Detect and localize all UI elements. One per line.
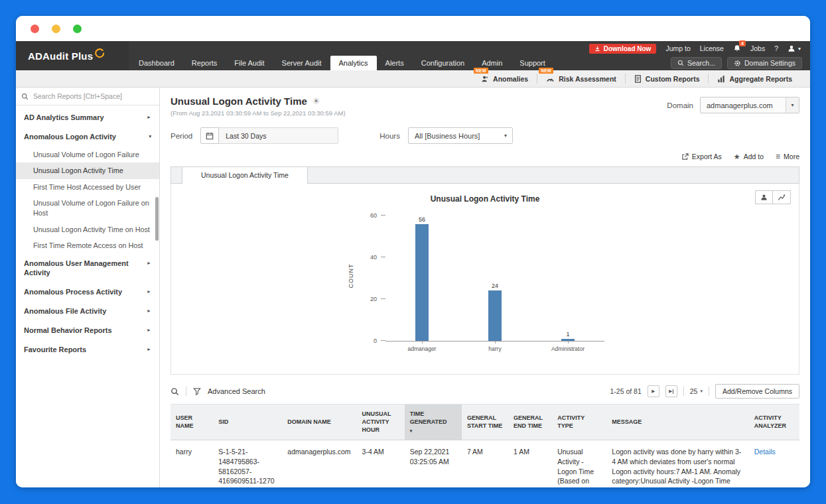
y-tick-mark: [381, 215, 385, 216]
column-header-user-name[interactable]: USER NAME: [171, 405, 213, 440]
export-as-button[interactable]: Export As: [681, 153, 722, 160]
nav-item-alerts[interactable]: Alerts: [377, 56, 413, 70]
chart-bar[interactable]: [561, 339, 575, 341]
sidebar-item-unusual-logon-activity-time-host[interactable]: Unusual Logon Activity Time on Host: [16, 221, 159, 238]
sidebar-item-first-time-remote-access-host[interactable]: First Time Remote Access on Host: [16, 237, 159, 254]
nav-item-dashboard[interactable]: Dashboard: [130, 56, 183, 70]
tab-unusual-logon-activity-time[interactable]: Unusual Logon Activity Time: [182, 166, 308, 184]
nav-item-file-audit[interactable]: File Audit: [226, 56, 273, 70]
jobs-menu[interactable]: Jobs: [750, 44, 765, 52]
notifications-bell-button[interactable]: 4: [733, 44, 741, 52]
domain-select[interactable]: admanagerplus.com ▾: [700, 97, 799, 113]
chart-bar[interactable]: [488, 290, 502, 341]
anomalies-button[interactable]: NEW Anomalies: [472, 75, 537, 83]
chevron-down-icon: ▾: [149, 133, 151, 139]
column-header-sid[interactable]: SID: [213, 405, 282, 440]
global-search-button[interactable]: Search...: [671, 57, 722, 69]
nav-item-configuration[interactable]: Configuration: [413, 56, 473, 70]
y-axis-label: COUNT: [348, 264, 354, 288]
app-window: ADAudit Plus Download Now Jump to Licens…: [16, 16, 810, 487]
last-page-button[interactable]: ▶: [665, 385, 677, 397]
hours-select[interactable]: All [Business Hours] ▾: [408, 127, 513, 144]
column-header-activity-analyzer[interactable]: ACTIVITY ANALYZER: [749, 405, 799, 440]
chevron-right-icon: ►: [147, 288, 151, 294]
user-account-menu[interactable]: ▾: [788, 44, 801, 52]
sidebar-group-anomalous-user-management[interactable]: Anomalous User Management Activity ►: [16, 254, 159, 283]
search-icon: [677, 60, 684, 66]
line-chart-icon: [778, 194, 786, 201]
next-page-button[interactable]: ▶: [648, 385, 659, 397]
sidebar-scrollbar-thumb[interactable]: [155, 197, 159, 241]
calendar-button[interactable]: [200, 127, 219, 144]
column-header-domain-name[interactable]: DOMAIN NAME: [282, 405, 356, 440]
domain-settings-button[interactable]: Domain Settings: [727, 57, 802, 69]
help-button[interactable]: ?: [774, 44, 778, 52]
column-header-time-generated[interactable]: TIME GENERATED ▾: [405, 405, 462, 440]
report-date-range: (From Aug 23,2021 03:30:59 AM to Sep 22,…: [171, 109, 346, 117]
risk-assessment-button[interactable]: NEW Risk Assessment: [537, 75, 625, 83]
divider: [683, 387, 684, 396]
cell-domain-name: admanagerplus.com: [282, 440, 356, 487]
chevron-right-icon: ►: [147, 327, 151, 333]
page-size-select[interactable]: 25 ▾: [690, 387, 703, 395]
search-icon[interactable]: [171, 387, 179, 396]
download-now-button[interactable]: Download Now: [589, 44, 657, 54]
window-titlebar: [16, 16, 810, 41]
new-badge: NEW: [474, 68, 488, 74]
sidebar-group-favourite-reports[interactable]: Favourite Reports ►: [16, 340, 159, 359]
caret-down-icon: ▾: [798, 46, 801, 52]
sidebar-item-first-time-host-accessed[interactable]: First Time Host Accessed by User: [16, 179, 159, 196]
sun-icon[interactable]: ☀: [312, 96, 320, 106]
sidebar-item-unusual-logon-activity-time[interactable]: Unusual Logon Activity Time: [16, 162, 159, 179]
desktop-background: ADAudit Plus Download Now Jump to Licens…: [0, 0, 826, 504]
bar-value-label: 1: [561, 331, 575, 338]
chart-bar[interactable]: [415, 224, 429, 341]
chevron-right-icon: ►: [147, 260, 151, 266]
period-input[interactable]: [219, 127, 338, 144]
nav-item-server-audit[interactable]: Server Audit: [273, 56, 330, 70]
maximize-window-button[interactable]: [73, 25, 82, 33]
column-header-message[interactable]: MESSAGE: [606, 405, 748, 440]
sidebar-item-unusual-volume-logon-failure[interactable]: Unusual Volume of Logon Failure: [16, 147, 159, 163]
sidebar-group-normal-behavior-reports[interactable]: Normal Behavior Reports ►: [16, 321, 159, 340]
details-link[interactable]: Details: [754, 448, 776, 456]
brand-logo[interactable]: ADAudit Plus: [16, 41, 129, 70]
user-view-toggle-button[interactable]: [755, 190, 773, 204]
license-menu[interactable]: License: [700, 44, 724, 52]
app-header: ADAudit Plus Download Now Jump to Licens…: [16, 41, 810, 70]
aggregate-reports-button[interactable]: Aggregate Reports: [709, 75, 801, 83]
column-header-unusual-activity-hour[interactable]: UNUSUAL ACTIVITY HOUR: [357, 405, 405, 440]
x-tick-label: harry: [455, 346, 535, 352]
nav-item-analytics[interactable]: Analytics: [330, 56, 377, 70]
nav-item-reports[interactable]: Reports: [183, 56, 226, 70]
sidebar-group-anomalous-process-activity[interactable]: Anomalous Process Activity ►: [16, 283, 159, 302]
document-icon: [634, 75, 642, 83]
notification-count-badge: 4: [739, 40, 746, 46]
y-tick-label: 20: [370, 296, 377, 302]
column-header-general-end-time[interactable]: GENERAL END TIME: [508, 405, 552, 440]
add-to-button[interactable]: ★ Add to: [734, 153, 764, 161]
sidebar-item-unusual-volume-logon-failure-host[interactable]: Unusual Volume of Logon Failure on Host: [16, 195, 159, 221]
chart-view-toggle-button[interactable]: [773, 190, 791, 204]
sidebar-group-anomalous-logon-activity[interactable]: Anomalous Logon Activity ▾: [16, 127, 159, 147]
close-window-button[interactable]: [31, 25, 39, 33]
column-header-general-start-time[interactable]: GENERAL START TIME: [462, 405, 508, 440]
sidebar-group-ad-analytics-summary[interactable]: AD Analytics Summary ►: [16, 108, 159, 127]
x-tick-label: admanager: [382, 346, 462, 352]
chevron-right-icon: ►: [147, 346, 151, 352]
add-remove-columns-button[interactable]: Add/Remove Columns: [715, 384, 799, 399]
custom-reports-button[interactable]: Custom Reports: [626, 75, 709, 83]
advanced-search-link[interactable]: Advanced Search: [208, 387, 265, 395]
funnel-icon[interactable]: [193, 387, 201, 395]
column-header-activity-type[interactable]: ACTIVITY TYPE: [552, 405, 606, 440]
chevron-right-icon: ►: [147, 308, 151, 314]
minimize-window-button[interactable]: [52, 25, 60, 33]
more-button[interactable]: ≡ More: [776, 152, 799, 161]
sidebar-group-anomalous-file-activity[interactable]: Anomalous File Activity ►: [16, 302, 159, 321]
report-ribbon: NEW Anomalies NEW Risk Assessment Custo: [16, 70, 810, 88]
bar-value-label: 24: [488, 283, 502, 289]
y-tick-label: 40: [370, 254, 377, 261]
jump-to-menu[interactable]: Jump to: [665, 44, 690, 52]
search-icon: [21, 93, 29, 100]
sidebar-search-input[interactable]: [33, 92, 154, 100]
